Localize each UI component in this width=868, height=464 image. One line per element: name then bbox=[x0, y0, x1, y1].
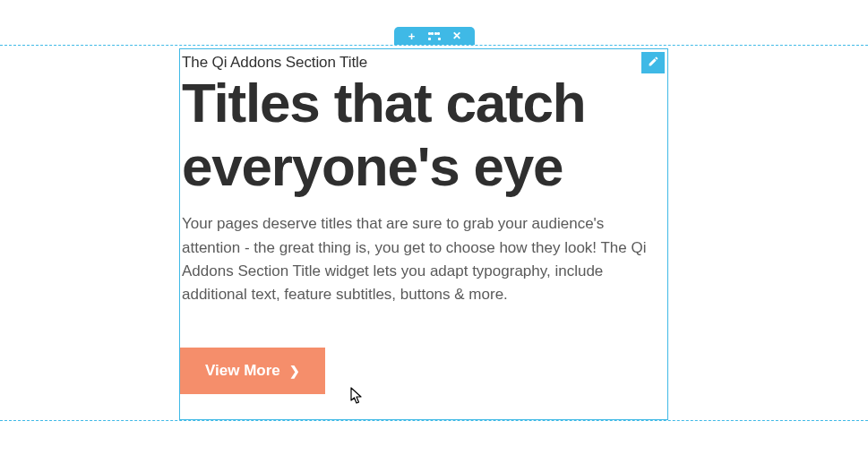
chevron-right-icon: ❯ bbox=[289, 364, 300, 378]
column[interactable]: The Qi Addons Section Title Titles that … bbox=[179, 48, 668, 420]
add-section-icon[interactable]: + bbox=[404, 29, 420, 43]
section-border-bottom bbox=[0, 420, 868, 421]
pencil-icon bbox=[648, 55, 659, 71]
section-title: Titles that catch everyone's eye bbox=[182, 72, 666, 198]
section-description: Your pages deserve titles that are sure … bbox=[182, 212, 648, 306]
delete-section-icon[interactable]: ✕ bbox=[449, 29, 465, 43]
section-subtitle: The Qi Addons Section Title bbox=[182, 54, 666, 72]
button-label: View More bbox=[205, 362, 280, 380]
section: + ✕ The Qi Addons Section Title Titles t… bbox=[0, 45, 868, 421]
edit-widget-button[interactable] bbox=[641, 52, 665, 73]
view-more-button[interactable]: View More ❯ bbox=[180, 348, 325, 394]
drag-section-icon[interactable] bbox=[426, 29, 443, 43]
section-border-top bbox=[0, 45, 868, 46]
section-toolbar: + ✕ bbox=[394, 27, 475, 45]
